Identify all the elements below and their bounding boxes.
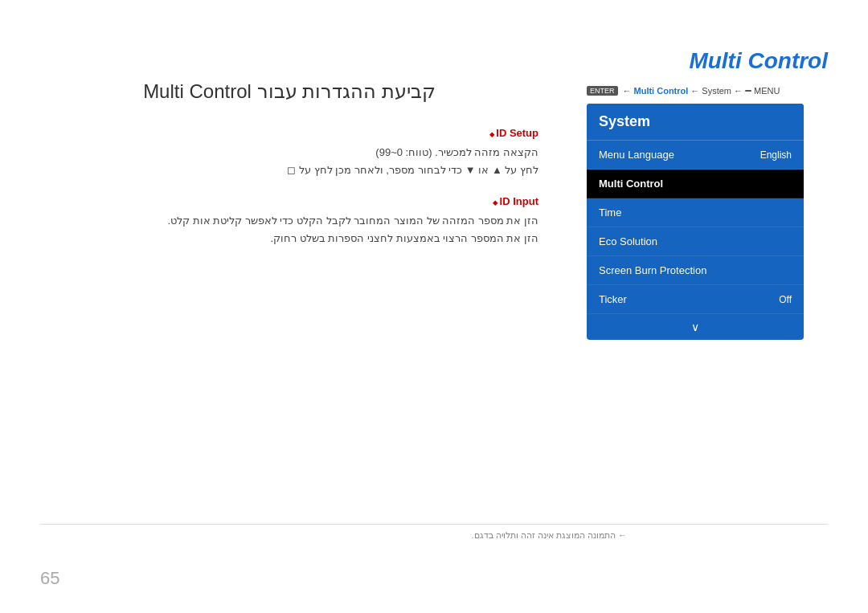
id-input-text1: הזן את מספר המזהה של המוצר המחובר לקבל ה… (40, 212, 538, 230)
menu-item-label: Screen Burn Protection (599, 264, 706, 276)
menu-item-value: Off (779, 294, 792, 305)
menu-item-label: Multi Control (599, 178, 663, 190)
id-input-label: ID Input (40, 195, 538, 207)
id-input-text2: הזן את המספר הרצוי באמצעות לחצני הספרות … (40, 230, 538, 247)
menu-item-label: Menu Language (599, 149, 674, 161)
menu-item-menu-language[interactable]: Menu LanguageEnglish (587, 141, 804, 170)
breadcrumb-system: System (702, 86, 731, 96)
menu-item-time[interactable]: Time (587, 198, 804, 227)
menu-item-screen-burn-protection[interactable]: Screen Burn Protection (587, 256, 804, 285)
bottom-note: התמונה המוצגת אינה זהה ותלויה בדגם. (472, 530, 627, 541)
breadcrumb-arrow2: ← (690, 86, 699, 96)
id-setup-text2: לחץ על ▲ או ▼ כדי לבחור מספר, ולאחר מכן … (40, 161, 538, 179)
menu-item-label: Time (599, 206, 621, 219)
id-setup-text1: הקצאה מזהה למכשיר. (טווח: 0~99) (40, 144, 538, 161)
breadcrumb-arrow3: ← (734, 86, 743, 96)
breadcrumb-multicontrol: Multi Control (634, 86, 689, 96)
page-number: 65 (40, 568, 59, 589)
menu-items-list: Menu LanguageEnglishMulti ControlTimeEco… (587, 141, 804, 314)
menu-item-eco-solution[interactable]: Eco Solution (587, 227, 804, 256)
menu-item-multi-control[interactable]: Multi Control (587, 170, 804, 198)
breadcrumb: ENTER ← Multi Control ← System ← MENU (587, 86, 828, 96)
left-content: קביעת ההגדרות עבור Multi Control ID Setu… (40, 80, 538, 264)
menu-panel: System Menu LanguageEnglishMulti Control… (587, 104, 804, 340)
divider (40, 524, 828, 525)
chevron-down-icon: ∨ (587, 314, 804, 340)
menu-item-value: English (760, 149, 792, 161)
main-title: קביעת ההגדרות עבור Multi Control (40, 80, 538, 103)
menu-item-ticker[interactable]: TickerOff (587, 285, 804, 314)
id-input-block: ID Input הזן את מספר המזהה של המוצר המחו… (40, 195, 538, 247)
panel-title: Multi Control (587, 48, 828, 74)
system-header: System (587, 104, 804, 141)
menu-item-label: Eco Solution (599, 235, 657, 247)
menu-icon (745, 90, 751, 92)
enter-icon: ENTER (587, 86, 618, 96)
right-panel: Multi Control ENTER ← Multi Control ← Sy… (587, 48, 828, 340)
id-setup-label: ID Setup (40, 127, 538, 139)
menu-item-label: Ticker (599, 293, 627, 305)
breadcrumb-arrow1: ← (623, 86, 632, 96)
id-setup-block: ID Setup הקצאה מזהה למכשיר. (טווח: 0~99)… (40, 127, 538, 179)
breadcrumb-menu: MENU (754, 86, 780, 96)
